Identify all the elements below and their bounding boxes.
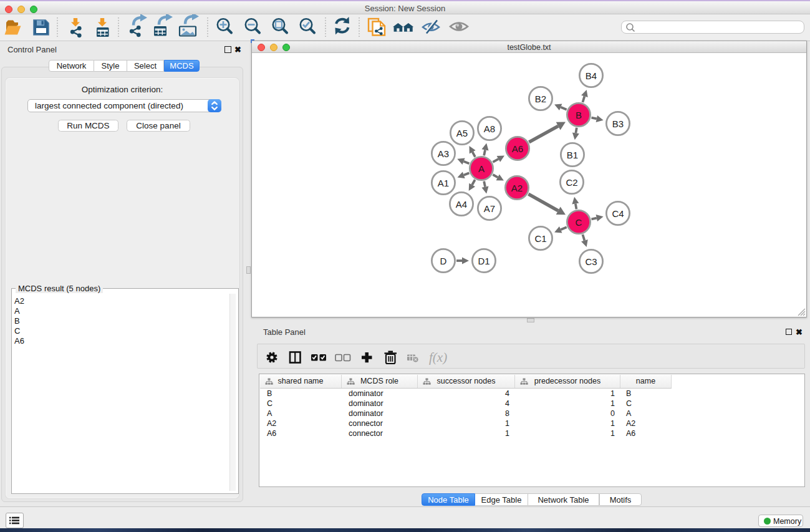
svg-text:f(x): f(x) (429, 350, 447, 365)
